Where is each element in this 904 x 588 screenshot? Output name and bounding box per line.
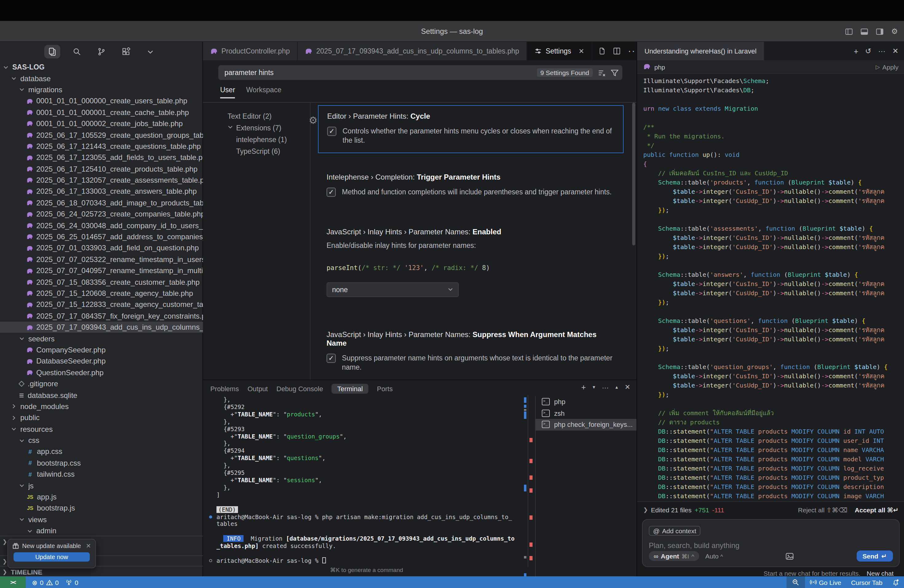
editor-tab[interactable]: Settings✕ — [527, 42, 592, 60]
model-selector[interactable]: Auto ^ — [705, 552, 723, 560]
close-chat-icon[interactable]: ✕ — [892, 47, 898, 55]
tree-folder[interactable]: resources — [0, 424, 203, 435]
tree-item[interactable]: 2025_06_24_030048_add_company_id_to_user… — [0, 220, 203, 231]
remote-indicator[interactable]: >< — [0, 576, 26, 588]
tree-item[interactable]: 2025_07_01_033903_add_field_on_question.… — [0, 243, 203, 254]
toggle-secondary-sidebar-icon[interactable] — [876, 27, 884, 35]
new-chat-link[interactable]: New chat — [866, 569, 893, 577]
setting-dropdown[interactable]: none — [327, 282, 459, 297]
settings-item[interactable]: ⚙Editor › Parameter Hints: Cycle✓Control… — [318, 105, 624, 153]
settings-item[interactable]: JavaScript › Inlay Hints › Parameter Nam… — [318, 221, 624, 305]
chat-tab[interactable]: Understanding whereHas() in Laravel — [637, 42, 764, 60]
apply-button[interactable]: ▷Apply — [876, 63, 898, 70]
problems-status[interactable]: ⊗0 0 — [32, 579, 59, 586]
editor-tab[interactable]: ProductController.php — [203, 42, 298, 60]
terminal-session[interactable]: >_php check_foreign_keys... — [536, 419, 637, 430]
go-live-button[interactable]: Go Live — [805, 576, 846, 588]
tree-item[interactable]: 2025_06_18_070343_add_image_to_products_… — [0, 197, 203, 209]
panel-more-icon[interactable]: ··· — [602, 384, 609, 391]
command-decoration[interactable] — [209, 559, 212, 562]
tree-folder[interactable]: database — [0, 73, 203, 84]
editor-tab[interactable]: 2025_07_17_093943_add_cus_ins_udp_column… — [298, 42, 527, 60]
panel-tab-output[interactable]: Output — [248, 385, 268, 392]
settings-toc-item[interactable]: TypeScript (6) — [228, 145, 314, 157]
tree-item[interactable]: 2025_06_17_121443_create_questions_table… — [0, 141, 203, 152]
tree-item[interactable]: 2025_07_07_025322_rename_timestamp_in_us… — [0, 254, 203, 265]
tree-folder[interactable]: admin — [0, 525, 203, 536]
accept-all-button[interactable]: Accept all ⌘↵ — [855, 506, 898, 513]
tree-folder[interactable]: views — [0, 514, 203, 525]
new-chat-icon[interactable]: + — [854, 46, 858, 56]
tree-folder[interactable]: js — [0, 480, 203, 492]
tree-folder[interactable]: css — [0, 435, 203, 446]
attach-image-icon[interactable] — [785, 552, 794, 560]
panel-tab-ports[interactable]: Ports — [377, 385, 393, 392]
maximize-panel-icon[interactable]: ▴ — [616, 384, 618, 390]
ports-status[interactable]: 0 — [65, 579, 78, 586]
chat-code-block[interactable]: Illuminate\Support\Facades\Schema;Illumi… — [637, 74, 904, 501]
chat-more-icon[interactable]: ··· — [878, 47, 885, 55]
tree-item[interactable]: #bootstrap.css — [0, 457, 203, 469]
collapsed-section-chevron[interactable]: ❯ — [2, 558, 7, 564]
tab-workspace[interactable]: Workspace — [246, 86, 282, 98]
terminal-session[interactable]: >_zsh — [536, 408, 637, 419]
tree-item[interactable]: 2025_07_17_084357_fix_foreign_key_constr… — [0, 310, 203, 322]
settings-item[interactable]: JavaScript › Inlay Hints › Parameter Nam… — [318, 324, 624, 379]
setting-checkbox[interactable]: ✓ — [327, 127, 337, 136]
tree-item[interactable]: QuestionSeeder.php — [0, 367, 203, 378]
tree-item[interactable]: #tailwind.css — [0, 469, 203, 480]
settings-toc-item[interactable]: Text Editor (2) — [228, 110, 314, 122]
settings-toc-item[interactable]: intelephense (1) — [228, 133, 314, 145]
extensions-icon[interactable] — [118, 45, 134, 58]
tree-item[interactable]: JSapp.js — [0, 492, 203, 503]
tree-item[interactable]: 2025_07_17_093943_add_cus_ins_udp_column… — [0, 322, 203, 333]
panel-tab-debug-console[interactable]: Debug Console — [277, 385, 323, 392]
panel-tab-problems[interactable]: Problems — [210, 385, 239, 392]
open-changes-icon[interactable] — [598, 47, 606, 55]
collapsed-section-chevron[interactable]: ❯ — [2, 539, 7, 545]
scrollbar[interactable] — [632, 103, 635, 245]
tree-item[interactable]: 2025_06_17_105529_create_question_groups… — [0, 130, 203, 141]
send-button[interactable]: Send↵ — [857, 550, 893, 561]
settings-gear-icon[interactable]: ⚙ — [891, 27, 898, 36]
expand-edits-chevron[interactable]: ❯ — [643, 506, 648, 513]
tree-item[interactable]: 2025_06_17_125410_create_products_table.… — [0, 163, 203, 175]
toggle-sidebar-icon[interactable] — [845, 27, 853, 35]
tree-item[interactable]: 2025_07_15_120608_create_agency_table.ph… — [0, 288, 203, 299]
update-now-button[interactable]: Update now — [14, 552, 90, 561]
close-tab-icon[interactable]: ✕ — [579, 47, 584, 55]
tree-item[interactable]: 2025_06_17_133003_create_answers_table.p… — [0, 186, 203, 198]
command-decoration[interactable] — [209, 515, 212, 518]
terminal-dropdown-icon[interactable]: ▾ — [593, 384, 595, 390]
tree-folder[interactable]: public — [0, 412, 203, 424]
notifications-bell-icon[interactable] — [887, 576, 904, 588]
reject-all-button[interactable]: Reject all ⇧⌘⌫ — [798, 506, 847, 513]
tree-folder[interactable]: seeders — [0, 333, 203, 345]
setting-gear-icon[interactable]: ⚙ — [309, 114, 318, 126]
tree-folder[interactable]: migrations — [0, 84, 203, 96]
explorer-icon[interactable] — [44, 45, 60, 58]
chat-input-box[interactable]: @Add context Plan, search, build anythin… — [642, 519, 900, 567]
tree-item[interactable]: 2025_07_15_122833_create_agency_customer… — [0, 299, 203, 310]
tab-user[interactable]: User — [220, 86, 235, 98]
panel-tab-terminal[interactable]: Terminal — [332, 384, 368, 394]
search-icon[interactable] — [69, 45, 85, 58]
tree-item[interactable]: DatabaseSeeder.php — [0, 356, 203, 367]
terminal-session[interactable]: >_php — [536, 396, 637, 408]
clear-filter-icon[interactable] — [598, 69, 606, 77]
tree-item[interactable]: 2025_07_07_040957_rename_timestamp_in_mu… — [0, 265, 203, 277]
settings-item[interactable]: Intelephense › Completion: Trigger Param… — [318, 167, 624, 204]
terminal-output[interactable]: }, {#5292 +"TABLE_NAME": "products", }, … — [209, 396, 524, 564]
new-terminal-icon[interactable]: + — [581, 383, 586, 392]
tree-item[interactable]: .gitignore — [0, 378, 203, 390]
close-panel-icon[interactable]: ✕ — [625, 383, 631, 391]
tree-item[interactable]: 0001_01_01_000002_create_jobs_table.php — [0, 118, 203, 130]
filter-icon[interactable] — [611, 69, 619, 77]
tree-item[interactable]: 0001_01_01_000001_create_cache_table.php — [0, 107, 203, 118]
toggle-panel-icon[interactable] — [860, 27, 868, 35]
tree-item[interactable]: 2025_06_17_123055_add_fields_to_users_ta… — [0, 152, 203, 163]
tree-item[interactable]: database.sqlite — [0, 390, 203, 401]
agent-mode-selector[interactable]: ∞Agent⌘I^ — [649, 551, 699, 561]
history-icon[interactable]: ↺ — [865, 47, 871, 55]
tree-item[interactable]: #app.css — [0, 446, 203, 458]
